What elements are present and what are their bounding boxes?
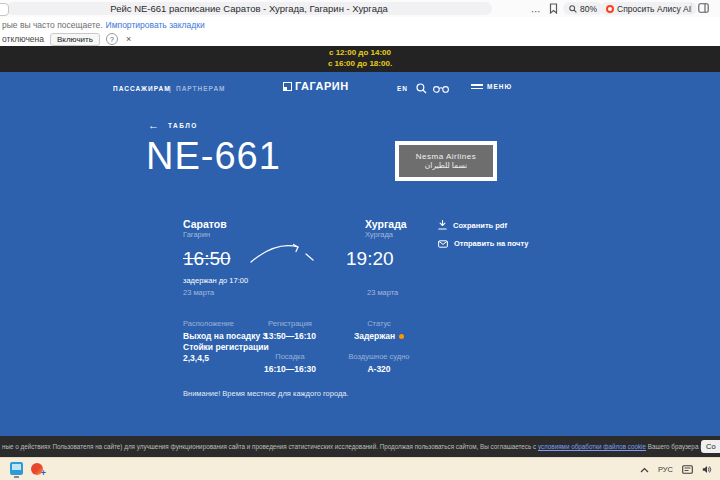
checkin-column: Регистрация 13:50—16:10 Посадка 16:10—16… <box>252 318 328 375</box>
download-icon <box>438 220 447 230</box>
bookmarks-notice-text: рые вы часто посещаете. <box>2 20 103 30</box>
site-alert-banner: с 12:00 до 14:00 с 16:00 до 18:00. <box>0 46 720 72</box>
lang-switch[interactable]: EN <box>397 85 408 92</box>
system-tray: РУС <box>640 458 712 480</box>
arrival-block: Хургада Хургада <box>365 219 407 240</box>
side-panel-icon[interactable] <box>698 3 709 13</box>
local-time-note: Внимание! Время местное для каждого горо… <box>183 388 349 399</box>
departure-date: 23 марта <box>183 287 214 298</box>
enable-button[interactable]: Включить <box>50 33 100 46</box>
accessibility-glasses-icon[interactable] <box>433 85 449 93</box>
alice-button[interactable]: Спросить Алису AI <box>600 2 697 15</box>
nav-partners[interactable]: ПАРТНЕРАМ <box>176 85 226 92</box>
extension-notice-bar: отключена Включить ? × <box>0 32 720 46</box>
search-icon[interactable] <box>416 83 427 94</box>
zoom-magnifier-icon <box>569 5 577 13</box>
taskbar: РУС <box>0 457 720 480</box>
menu-label: МЕНЮ <box>487 83 512 90</box>
browser-toolbar: Рейс NE-661 расписание Саратов - Хургада… <box>0 0 720 18</box>
bookmark-icon[interactable] <box>549 3 558 14</box>
screen: Рейс NE-661 расписание Саратов - Хургада… <box>0 0 720 480</box>
alice-button-label: Спросить Алису AI <box>617 4 691 14</box>
airline-name: Nesma Airlines <box>416 152 476 161</box>
nav-passengers[interactable]: ПАССАЖИРАМ <box>113 85 171 92</box>
menu-button[interactable]: МЕНЮ <box>471 83 512 90</box>
status-label: Статус <box>333 318 425 329</box>
envelope-icon <box>438 240 448 248</box>
logo-icon <box>283 82 292 91</box>
arrival-city: Хургада <box>365 219 407 230</box>
taskbar-app-icon-display[interactable] <box>10 462 23 475</box>
arrival-airport: Хургада <box>365 230 407 240</box>
extension-notice-text: отключена <box>2 34 44 44</box>
aircraft-value: А-320 <box>333 364 425 375</box>
cookie-banner: ные о действиях Пользователя на сайте) д… <box>0 436 720 457</box>
status-column: Статус Задержан Воздушное судно А-320 <box>333 318 425 375</box>
toolbar-divider <box>691 3 692 13</box>
checkin-value: 13:50—16:10 <box>252 331 328 342</box>
departure-airport: Гагарин <box>183 230 227 240</box>
save-pdf-label: Сохранить pdf <box>453 221 507 230</box>
arrival-date: 23 марта <box>367 287 398 298</box>
airline-name-arabic: نسما للطيران <box>425 161 467 170</box>
volume-icon[interactable] <box>702 465 712 474</box>
status-value: Задержан <box>354 331 395 342</box>
departure-time: 16:50 <box>183 248 231 269</box>
zoom-level: 80% <box>580 4 597 14</box>
status-dot-icon <box>399 334 404 339</box>
cookie-text-before: ные о действиях Пользователя на сайте) д… <box>2 443 538 450</box>
close-icon[interactable]: × <box>126 34 131 44</box>
help-icon[interactable]: ? <box>106 33 118 45</box>
cookie-accept-button[interactable]: Со <box>701 440 720 453</box>
page-title: Рейс NE-661 расписание Саратов - Хургада… <box>110 3 388 14</box>
cookie-text: ные о действиях Пользователя на сайте) д… <box>2 443 720 450</box>
flight-number: NE-661 <box>146 136 281 176</box>
airport-page: ПАССАЖИРАМ | ПАРТНЕРАМ ГАГАРИН EN МЕНЮ ←… <box>0 72 720 436</box>
boarding-value: 16:10—16:30 <box>252 364 328 375</box>
boarding-label: Посадка <box>252 351 328 362</box>
window-corner-icon <box>0 3 9 16</box>
delay-note: задержан до 17:00 <box>183 275 248 286</box>
taskbar-app-icon-browser[interactable] <box>31 463 43 475</box>
logo-text: ГАГАРИН <box>295 80 349 92</box>
route-arrow-icon <box>248 240 322 268</box>
checkin-label: Регистрация <box>252 318 328 329</box>
send-email-button[interactable]: Отправить на почту <box>438 239 528 248</box>
gagarin-logo[interactable]: ГАГАРИН <box>283 80 349 92</box>
departure-city: Саратов <box>183 219 227 230</box>
cookie-terms-link[interactable]: условиями обработки файлов cookie <box>538 443 646 450</box>
back-arrow-icon: ← <box>148 120 159 130</box>
tray-panel-icon[interactable] <box>682 465 693 474</box>
nav-divider: | <box>169 85 171 92</box>
save-pdf-button[interactable]: Сохранить pdf <box>438 220 507 230</box>
import-bookmarks-link[interactable]: Импортировать закладки <box>106 20 205 30</box>
alice-icon <box>606 5 614 13</box>
address-bar[interactable]: Рейс NE-661 расписание Саратов - Хургада… <box>6 2 492 15</box>
tray-chevron-icon[interactable] <box>640 467 649 473</box>
alert-line-1: с 12:00 до 14:00 <box>329 47 391 58</box>
keyboard-language[interactable]: РУС <box>658 465 673 474</box>
zoom-control[interactable]: 80% <box>563 2 603 15</box>
back-to-board-link[interactable]: ← ТАБЛО <box>148 120 198 130</box>
departure-block: Саратов Гагарин <box>183 219 227 240</box>
hamburger-icon <box>471 84 483 89</box>
back-label: ТАБЛО <box>168 122 198 129</box>
aircraft-label: Воздушное судно <box>333 351 425 362</box>
alert-line-2: с 16:00 до 18:00. <box>328 58 392 69</box>
send-email-label: Отправить на почту <box>454 239 528 248</box>
airline-logo: Nesma Airlines نسما للطيران <box>395 141 497 181</box>
arrival-time: 19:20 <box>346 248 394 269</box>
bookmarks-notice-bar: рые вы часто посещаете. Импортировать за… <box>0 17 720 32</box>
